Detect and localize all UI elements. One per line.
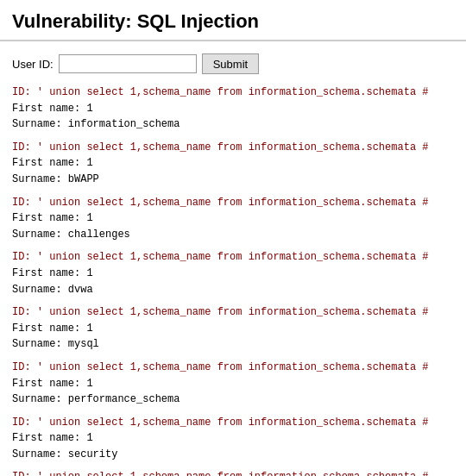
result-group: ID: ' union select 1,schema_name from in… bbox=[12, 360, 454, 408]
result-firstname-line: First name: 1 bbox=[12, 155, 454, 172]
results-container: ID: ' union select 1,schema_name from in… bbox=[12, 85, 454, 476]
result-group: ID: ' union select 1,schema_name from in… bbox=[12, 140, 454, 188]
result-group: ID: ' union select 1,schema_name from in… bbox=[12, 249, 454, 298]
result-group: ID: ' union select 1,schema_name from in… bbox=[12, 304, 454, 353]
result-id-line: ID: ' union select 1,schema_name from in… bbox=[12, 249, 454, 266]
app: Vulnerability: SQL Injection User ID: Su… bbox=[0, 0, 466, 476]
result-group: ID: ' union select 1,schema_name from in… bbox=[12, 415, 454, 463]
content-area: User ID: Submit ID: ' union select 1,sch… bbox=[0, 41, 466, 476]
result-firstname-line: First name: 1 bbox=[12, 210, 454, 227]
result-surname-line: Surname: information_schema bbox=[12, 116, 454, 133]
result-id-line: ID: ' union select 1,schema_name from in… bbox=[12, 304, 454, 321]
result-surname-line: Surname: bWAPP bbox=[12, 172, 454, 188]
result-surname-line: Surname: mysql bbox=[12, 336, 454, 353]
result-surname-line: Surname: security bbox=[12, 447, 454, 463]
result-id-line: ID: ' union select 1,schema_name from in… bbox=[12, 415, 454, 431]
result-firstname-line: First name: 1 bbox=[12, 376, 454, 392]
user-id-label: User ID: bbox=[12, 58, 54, 71]
result-group: ID: ' union select 1,schema_name from in… bbox=[12, 85, 454, 133]
result-firstname-line: First name: 1 bbox=[12, 266, 454, 282]
result-firstname-line: First name: 1 bbox=[12, 430, 454, 447]
result-surname-line: Surname: performance_schema bbox=[12, 391, 454, 408]
user-id-input[interactable] bbox=[59, 54, 197, 73]
input-row: User ID: Submit bbox=[12, 53, 454, 74]
result-id-line: ID: ' union select 1,schema_name from in… bbox=[12, 85, 454, 101]
title-bar: Vulnerability: SQL Injection bbox=[0, 0, 466, 41]
result-id-line: ID: ' union select 1,schema_name from in… bbox=[12, 360, 454, 376]
result-id-line: ID: ' union select 1,schema_name from in… bbox=[12, 195, 454, 211]
result-firstname-line: First name: 1 bbox=[12, 101, 454, 117]
submit-button[interactable]: Submit bbox=[202, 53, 259, 74]
result-surname-line: Surname: dvwa bbox=[12, 282, 454, 298]
result-group: ID: ' union select 1,schema_name from in… bbox=[12, 195, 454, 243]
result-firstname-line: First name: 1 bbox=[12, 321, 454, 337]
result-surname-line: Surname: challenges bbox=[12, 227, 454, 243]
result-id-line: ID: ' union select 1,schema_name from in… bbox=[12, 469, 454, 476]
page-title: Vulnerability: SQL Injection bbox=[12, 10, 454, 33]
result-group: ID: ' union select 1,schema_name from in… bbox=[12, 469, 454, 476]
result-id-line: ID: ' union select 1,schema_name from in… bbox=[12, 140, 454, 156]
